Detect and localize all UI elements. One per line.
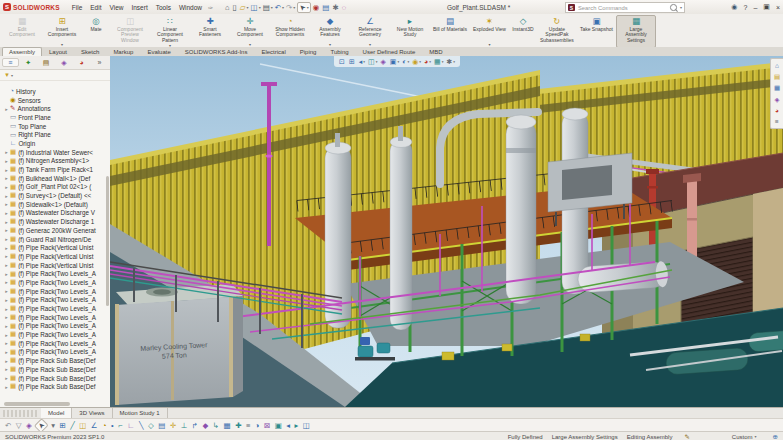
filter-dropdown-icon[interactable]: ▾ (11, 73, 13, 78)
toolbar-icon[interactable]: ▣ (275, 421, 282, 430)
toolbar-icon[interactable]: ⊞ (59, 421, 65, 430)
menu-item[interactable]: Insert (127, 4, 151, 11)
command-tab[interactable]: Layout (42, 47, 74, 56)
view-toolbar-button[interactable]: ⊞ (349, 58, 356, 66)
menu-item[interactable]: View (105, 4, 127, 11)
menu-item[interactable]: Tools (152, 4, 175, 11)
toolbar-icon[interactable]: ◇ (148, 421, 154, 430)
ribbon-button[interactable]: ✚ Smart Fasteners (190, 15, 230, 48)
expand-arrow-icon[interactable]: ▸ (3, 106, 10, 112)
expand-arrow-icon[interactable]: ▸ (3, 210, 10, 216)
view-toolbar-button[interactable]: ✱ ▾ (446, 58, 455, 66)
ribbon-button[interactable]: ▤ Bill of Materials (430, 15, 470, 48)
command-tab[interactable]: SOLIDWORKS Add-Ins (178, 47, 255, 56)
tree-item[interactable]: ▸ (f) Sidewalk<1> (Default) (0, 200, 110, 209)
command-tab[interactable]: Piping (293, 47, 324, 56)
tree-item[interactable]: ▸ (f) Pipe Rack(Vertical Unist (0, 243, 110, 252)
toolbar-icon[interactable]: ╱ (70, 421, 75, 430)
toolbar-icon[interactable]: ╲ (139, 421, 144, 430)
expand-arrow-icon[interactable]: ▸ (3, 262, 10, 268)
ribbon-button[interactable]: ∠ Reference Geometry ▾ (350, 15, 390, 48)
tree-item[interactable]: ▸ (f) Pipe Rack(Two Levels_A (0, 330, 110, 339)
ribbon-button[interactable]: ▦ Edit Component (2, 15, 42, 48)
ribbon-button[interactable]: ⊞ Insert Components ▾ (42, 15, 82, 48)
tree-item[interactable]: ▸ (f) Pipe Rack(Two Levels_A (0, 313, 110, 322)
command-tab[interactable]: Tubing (323, 47, 355, 56)
ribbon-button[interactable]: ◔ Show Hidden Components (270, 15, 310, 48)
expand-arrow-icon[interactable]: ▸ (3, 297, 10, 303)
tree-filter-row[interactable]: ▼ ▾ (0, 70, 110, 81)
panel-tab-icon[interactable]: ◈ (55, 58, 72, 68)
ribbon-button[interactable]: ▸ New Motion Study (390, 15, 430, 48)
tree-item[interactable]: ▸ (f) Bulkhead Wall<1> (Def (0, 174, 110, 183)
menu-item[interactable]: Window (175, 4, 206, 11)
toolbar-icon[interactable]: ≡ (246, 421, 250, 430)
command-tab[interactable]: Assembly (2, 47, 42, 56)
ribbon-button[interactable]: ◎ Mate (82, 15, 110, 48)
expand-arrow-icon[interactable]: ▸ (3, 306, 10, 312)
expand-arrow-icon[interactable]: ▸ (3, 366, 10, 372)
quick-access-button[interactable]: ➤ ▾ (297, 2, 310, 13)
ribbon-button[interactable]: ✛ Move Component ▾ (230, 15, 270, 48)
toolbar-icon[interactable]: ▸ (295, 421, 299, 430)
toolbar-icon[interactable]: ▽ (16, 421, 22, 430)
expand-arrow-icon[interactable]: ▸ (3, 323, 10, 329)
tree-item[interactable]: ▸ (f) Survey<1> (Default) << (0, 191, 110, 200)
toolbar-icon[interactable]: • (111, 421, 114, 430)
quick-access-button[interactable]: ◫ ▾ (251, 3, 261, 12)
toolbar-icon[interactable]: ✛ (170, 421, 176, 430)
quick-access-button[interactable]: ◉ (313, 3, 321, 12)
expand-arrow-icon[interactable]: ▸ (3, 384, 10, 390)
quick-access-button[interactable]: ▤ (322, 3, 330, 12)
toolbar-icon[interactable]: ↳ (213, 421, 219, 430)
expand-arrow-icon[interactable]: ▸ (3, 227, 10, 233)
expand-arrow-icon[interactable]: ▸ (3, 201, 10, 207)
expand-arrow-icon[interactable]: ▸ (3, 279, 10, 285)
task-pane-tab-icon[interactable]: ◈ (775, 96, 780, 104)
expand-arrow-icon[interactable]: ▸ (3, 314, 10, 320)
expand-arrow-icon[interactable]: ▸ (3, 158, 10, 164)
toolbar-icon[interactable]: ◆ (203, 421, 209, 430)
view-toolbar-button[interactable]: ◂ ▾ (359, 58, 365, 66)
cooling-tower[interactable]: Marley Cooling Tower 574 Ton (115, 284, 243, 405)
tree-item[interactable]: ▸ (f) Nitrogen Assembly<1> (0, 157, 110, 166)
view-toolbar-button[interactable]: ◐ ▾ (402, 58, 409, 65)
command-tab[interactable]: User Defined Route (356, 47, 423, 56)
expand-arrow-icon[interactable]: ▸ (3, 236, 10, 242)
tree-item[interactable]: ▸ (f) Pipe Rack(Two Levels_A (0, 278, 110, 287)
window-control-button[interactable]: ▣ (763, 3, 770, 11)
menu-item[interactable]: File (68, 4, 86, 11)
command-tab[interactable]: Sketch (74, 47, 106, 56)
expand-arrow-icon[interactable]: ▸ (3, 184, 10, 190)
view-toolbar-button[interactable]: ▦ ▾ (434, 58, 443, 66)
task-pane-tab-icon[interactable]: ▤ (774, 73, 780, 81)
graphics-viewport[interactable]: Marley Cooling Tower 574 Ton ⊡ ⊞ (110, 56, 783, 407)
expand-arrow-icon[interactable]: ▸ (3, 253, 10, 259)
ribbon-button[interactable]: ◆ Assembly Features ▾ (310, 15, 350, 48)
search-commands-box[interactable]: S Search Commands ▾ (565, 2, 685, 13)
expand-arrow-icon[interactable]: ▸ (3, 149, 10, 155)
view-toolbar-button[interactable]: ◫ ▾ (368, 58, 377, 66)
quick-access-button[interactable]: ⌂ (225, 3, 231, 12)
search-magnifier-icon[interactable] (670, 4, 677, 11)
window-control-button[interactable]: – (753, 4, 757, 11)
expand-arrow-icon[interactable]: ▸ (3, 358, 10, 364)
task-pane-tab-icon[interactable]: ◕ (775, 107, 779, 114)
tree-item[interactable]: ▸ (f) Generac 200kW Generat (0, 226, 110, 235)
tree-vertical-scrollbar[interactable] (106, 176, 109, 306)
quick-access-button[interactable]: ▱ ▾ (240, 3, 249, 12)
view-toolbar-button[interactable]: ◈ (380, 58, 386, 66)
toolbar-icon[interactable]: ∟ (127, 421, 134, 430)
command-tab[interactable]: MBD (422, 47, 449, 56)
command-tab[interactable]: Electrical (254, 47, 292, 56)
quick-access-button[interactable]: ▤ ▾ (263, 3, 273, 12)
panel-tab-icon[interactable]: ▤ (38, 58, 55, 68)
toolbar-icon[interactable]: ◫ (303, 421, 310, 430)
ribbon-button[interactable]: ∷ Linear Component Pattern ▾ (150, 15, 190, 48)
view-toolbar-button[interactable]: ⊡ (339, 58, 346, 66)
tree-horizontal-scrollbar[interactable] (4, 402, 70, 406)
tree-item[interactable]: ▸ (f) Pipe Rack(Vertical Unist (0, 261, 110, 270)
window-control-button[interactable]: × (776, 4, 780, 11)
expand-arrow-icon[interactable]: ▸ (3, 375, 10, 381)
toolbar-icon[interactable]: ◑ (255, 421, 260, 430)
